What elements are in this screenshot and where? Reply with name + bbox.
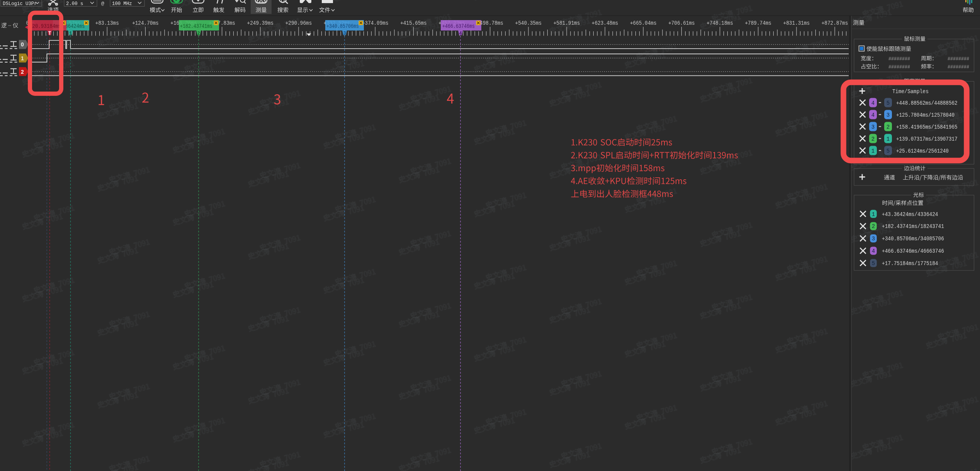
svg-text:+706.61ms: +706.61ms: [668, 20, 695, 26]
svg-text:+448.88562ms/44888562: +448.88562ms/44888562: [896, 100, 958, 106]
svg-text:1: 1: [69, 31, 72, 36]
svg-text:Time/Samples: Time/Samples: [892, 88, 929, 95]
svg-text:+158.41965ms/15841965: +158.41965ms/15841965: [896, 124, 958, 130]
svg-text:+374.09ms: +374.09ms: [362, 20, 389, 26]
svg-text:+290.96ms: +290.96ms: [285, 20, 312, 26]
svg-text:100 MHz: 100 MHz: [112, 1, 132, 7]
svg-text:+581.91ms: +581.91ms: [554, 20, 580, 26]
svg-text:########: ########: [948, 56, 969, 62]
svg-text:5: 5: [872, 260, 875, 267]
svg-text:2: 2: [871, 136, 875, 142]
svg-text:+340.85706ms: +340.85706ms: [326, 23, 359, 29]
svg-text:4: 4: [872, 248, 875, 254]
svg-text:+182.43741ms: +182.43741ms: [180, 23, 212, 29]
svg-text:+124.70ms: +124.70ms: [132, 20, 159, 26]
svg-text:1: 1: [887, 136, 890, 142]
svg-text:+17.75184ms/1775184: +17.75184ms/1775184: [882, 260, 938, 267]
svg-text:@: @: [101, 1, 104, 7]
svg-text:+20.93184ms: +20.93184ms: [29, 23, 61, 29]
svg-text:+83.13ms: +83.13ms: [95, 20, 119, 26]
svg-text:+25.6124ms/2561240: +25.6124ms/2561240: [896, 148, 949, 154]
svg-text:+748.18ms: +748.18ms: [707, 20, 733, 26]
svg-text:+831.31ms: +831.31ms: [783, 20, 810, 26]
svg-text:3: 3: [343, 31, 346, 36]
svg-text:+139.07317ms/13907317: +139.07317ms/13907317: [896, 136, 958, 142]
svg-text:+623.48ms: +623.48ms: [592, 20, 618, 26]
svg-text:+789.74ms: +789.74ms: [745, 20, 771, 26]
svg-text:+43.36424ms/4336424: +43.36424ms/4336424: [882, 211, 938, 218]
svg-text:########: ########: [948, 64, 969, 70]
svg-text:1: 1: [871, 148, 875, 154]
svg-text:+340.85706ms/34085706: +340.85706ms/34085706: [882, 236, 944, 242]
svg-text:5: 5: [887, 100, 890, 106]
svg-text:4: 4: [871, 100, 875, 106]
svg-text:DSLogic U3Pr: DSLogic U3Pr: [3, 1, 37, 7]
svg-text:+665.04ms: +665.04ms: [630, 20, 657, 26]
svg-text:+540.35ms: +540.35ms: [515, 20, 542, 26]
svg-text:…: …: [8, 22, 11, 27]
svg-text:0: 0: [21, 41, 24, 48]
svg-text:2.00 s: 2.00 s: [66, 1, 83, 7]
svg-text:+466.63746ms: +466.63746ms: [442, 23, 475, 29]
svg-text:5: 5: [887, 148, 890, 154]
svg-text:+182.43741ms/18243741: +182.43741ms/18243741: [882, 223, 944, 230]
svg-text:4: 4: [871, 112, 875, 118]
svg-text:T: T: [48, 31, 51, 36]
svg-text:3: 3: [887, 112, 890, 118]
svg-text:3: 3: [871, 124, 875, 130]
svg-text:2: 2: [21, 69, 24, 75]
svg-text:2: 2: [887, 124, 890, 130]
svg-text:+466.63746ms/46663746: +466.63746ms/46663746: [882, 248, 944, 254]
svg-text:1: 1: [872, 211, 875, 218]
svg-text:+249.39ms: +249.39ms: [247, 20, 274, 26]
svg-text:+872.87ms: +872.87ms: [822, 20, 848, 26]
svg-text:########: ########: [888, 56, 910, 62]
svg-text:+125.7804ms/12578040: +125.7804ms/12578040: [896, 112, 955, 118]
svg-text:1: 1: [21, 55, 24, 61]
svg-text:########: ########: [888, 64, 910, 70]
svg-text:3: 3: [872, 236, 875, 242]
svg-text:4: 4: [459, 31, 462, 36]
svg-text:2: 2: [872, 223, 875, 230]
svg-text:2: 2: [197, 31, 200, 36]
svg-text:+415.65ms: +415.65ms: [400, 20, 427, 26]
